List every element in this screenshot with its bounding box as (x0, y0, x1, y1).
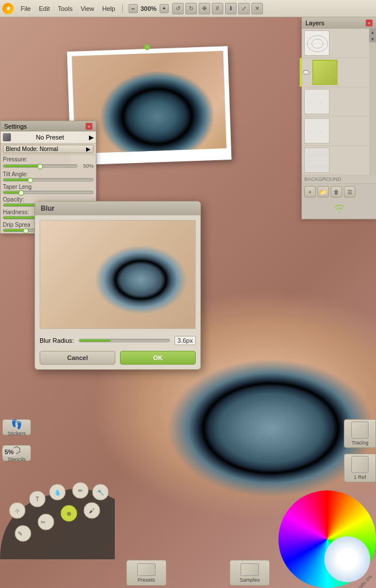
zoom-plus-button[interactable]: + (160, 4, 169, 13)
photo-pin (144, 44, 150, 50)
wifi-icon[interactable] (331, 202, 348, 216)
settings-title: Settings (4, 123, 27, 130)
svg-text:💧: 💧 (54, 489, 61, 496)
layers-panel: Layers × · · (301, 17, 376, 219)
tilt-label: Tilt Angle: (3, 171, 94, 177)
blur-dialog: Blur Blur Radius: 3.6px Cancel OK (34, 201, 201, 370)
layer-thumb-5 (304, 148, 330, 173)
layer-item-1[interactable] (302, 29, 376, 58)
samples-label: Samples (239, 577, 259, 583)
presets-label: Presets (138, 577, 156, 583)
layer-item-4[interactable]: · · (302, 117, 376, 146)
layer-item-3[interactable]: · · (302, 87, 376, 117)
ref-label: 1 Ref (354, 474, 366, 480)
blur-title: Blur (41, 204, 55, 212)
toolbar-tools: ↺ ↻ ✥ # ⬇ ⤢ ✕ (172, 3, 263, 14)
svg-text:🖌: 🖌 (89, 508, 95, 514)
taper-slider[interactable] (3, 191, 94, 194)
blur-ok-button[interactable]: OK (120, 351, 196, 365)
stickers-button[interactable]: 👣 Stickers (2, 419, 31, 435)
blur-radius-label: Blur Radius: (40, 337, 74, 344)
svg-text:✎: ✎ (18, 531, 22, 537)
layer-thumb-4: · · (304, 118, 330, 144)
layers-scrollbar: ▲ ▼ (369, 29, 376, 175)
presets-button[interactable]: Presets (126, 560, 166, 586)
blur-title-bar: Blur (35, 202, 200, 215)
layer-thumb-2 (312, 60, 338, 85)
layer-options-button[interactable]: ☰ (344, 186, 355, 198)
blend-mode-label: Blend Mode: Normal (6, 146, 58, 152)
blend-mode-row: Blend Mode: Normal ▶ (1, 144, 96, 155)
layer-visibility-icon[interactable] (303, 70, 309, 75)
zoom-value: 300% (139, 5, 158, 12)
ref-icon (351, 456, 369, 473)
pressure-label: Pressure: (3, 156, 94, 163)
download-button[interactable]: ⬇ (225, 3, 237, 14)
tool-wheel-area: ✎ ✂ ⊕ 🖌 ⊹ T 💧 ✏ 🔧 (0, 447, 123, 559)
scroll-up-button[interactable]: ▲ (369, 29, 376, 36)
tilt-row: Tilt Angle: (1, 170, 96, 183)
blur-buttons: Cancel OK (35, 347, 200, 369)
blend-mode-select[interactable]: Blend Mode: Normal ▶ (3, 145, 94, 153)
color-wheel[interactable]: Metallic 0% (273, 485, 376, 588)
layers-title-bar: Layers × (302, 17, 376, 29)
preset-arrow: ▶ (89, 134, 94, 141)
menu-view[interactable]: View (77, 4, 98, 13)
samples-icon (241, 563, 259, 576)
samples-button[interactable]: Samples (230, 560, 270, 586)
hand-tool-button[interactable]: ✥ (199, 3, 210, 14)
layer-item-2[interactable] (302, 58, 376, 87)
tracing-icon (351, 421, 369, 439)
sketch-icon (305, 31, 330, 56)
layer-item-5[interactable] (302, 146, 376, 175)
fullscreen-button[interactable]: ⤢ (238, 3, 250, 14)
close-app-button[interactable]: ✕ (251, 3, 263, 14)
zoom-minus-button[interactable]: – (129, 4, 138, 13)
stickers-icon: 👣 (11, 419, 22, 430)
scroll-down-button[interactable]: ▼ (369, 36, 376, 42)
pressure-slider[interactable] (3, 164, 77, 168)
tilt-slider[interactable] (3, 178, 94, 181)
blur-radius-slider[interactable] (79, 339, 170, 342)
layer-name-label: BACKGROUND (302, 175, 376, 183)
presets-icon (137, 563, 156, 576)
delete-layer-button[interactable]: 🗑 (331, 186, 342, 198)
blur-preview (40, 220, 196, 329)
menu-tools[interactable]: Tools (55, 4, 76, 13)
grid-button[interactable]: # (212, 3, 223, 14)
layer-pattern-icon (305, 148, 330, 173)
layers-title: Layers (305, 20, 324, 26)
redo-button[interactable]: ↻ (185, 3, 197, 14)
app-logo[interactable]: ★ (2, 3, 14, 14)
layers-close-button[interactable]: × (366, 20, 373, 26)
menu-separator (122, 4, 123, 13)
preset-row[interactable]: No Preset ▶ (1, 131, 96, 144)
svg-text:✂: ✂ (41, 519, 45, 525)
pressure-value: 50% (80, 163, 94, 169)
settings-close-button[interactable]: × (86, 123, 92, 130)
tracing-label: Tracing (351, 440, 369, 446)
undo-button[interactable]: ↺ (172, 3, 184, 14)
menu-edit[interactable]: Edit (36, 4, 53, 13)
svg-text:✏: ✏ (78, 488, 83, 494)
layers-toolbar: + 📁 🗑 ☰ (302, 183, 376, 200)
blur-cancel-button[interactable]: Cancel (40, 351, 115, 365)
folder-layer-button[interactable]: 📁 (317, 186, 329, 198)
svg-text:⊕: ⊕ (67, 510, 71, 517)
ref-button[interactable]: 1 Ref (344, 454, 376, 482)
tool-wheel-svg: ✎ ✂ ⊕ 🖌 ⊹ T 💧 ✏ 🔧 (0, 447, 123, 559)
svg-text:🔧: 🔧 (97, 489, 104, 496)
menu-help[interactable]: Help (99, 4, 119, 13)
color-wheel-inner[interactable] (324, 536, 370, 582)
svg-text:⊹: ⊹ (15, 508, 20, 514)
layers-wifi (302, 200, 376, 219)
layer-thumb-3: · · (304, 89, 330, 114)
blur-radius-value: 3.6px (175, 336, 196, 345)
pressure-row: Pressure: 50% (1, 155, 96, 170)
tracing-button[interactable]: Tracing (344, 419, 376, 448)
menu-bar: ★ File Edit Tools View Help – 300% + ↺ ↻… (0, 0, 376, 17)
menu-file[interactable]: File (17, 4, 34, 13)
layer-thumb-1 (304, 30, 330, 56)
add-layer-button[interactable]: + (304, 186, 316, 198)
taper-label: Taper Leng (3, 184, 94, 190)
